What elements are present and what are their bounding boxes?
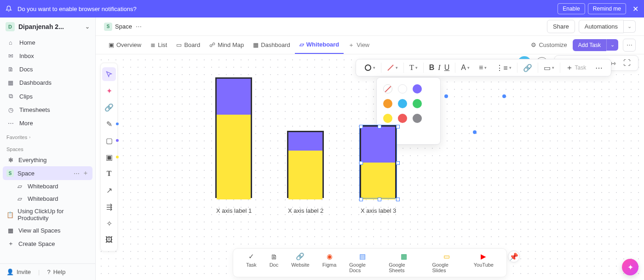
color-swatch-yellow[interactable] <box>383 114 392 123</box>
sidebar-item-everything[interactable]: ✻Everything <box>0 154 95 166</box>
add-task-button[interactable]: Add Task <box>573 39 606 51</box>
border-color-button[interactable]: ▾ <box>385 64 400 71</box>
ellipsis-icon[interactable]: ⋯ <box>623 39 636 52</box>
chart-bar[interactable] <box>360 125 397 198</box>
insert-google-slides[interactable]: ▭Google Slides <box>426 251 467 274</box>
axis-label[interactable]: X axis label 1 <box>216 207 252 214</box>
color-swatch-purple[interactable] <box>413 84 422 93</box>
remind-me-button[interactable]: Remind me <box>588 3 626 14</box>
color-swatch-green[interactable] <box>413 99 422 108</box>
selection-handle[interactable] <box>378 198 381 201</box>
link-tool[interactable]: 🔗 <box>102 100 116 114</box>
ellipsis-icon[interactable]: ⋯ <box>74 170 80 177</box>
insert-task[interactable]: ✓Task <box>240 251 263 274</box>
enable-button[interactable]: Enable <box>558 3 585 14</box>
sidebar-item-dashboards[interactable]: ▦Dashboards <box>0 76 95 89</box>
sidebar-item-whiteboard-1[interactable]: ▱Whiteboard <box>0 180 95 192</box>
whiteboard-canvas[interactable]: ✦ 🔗 ✎ ▢ ▣ T ↗ ⇶ ✧ 🖼 D i − 100% ＋ ⇿ <box>96 54 644 280</box>
automations-button[interactable]: Automations <box>579 20 624 33</box>
tab-list[interactable]: ≣List <box>146 36 172 54</box>
selection-handle[interactable] <box>359 198 363 201</box>
pin-button[interactable]: 📌 <box>508 251 520 262</box>
add-task-chevron[interactable]: ⌄ <box>606 39 618 51</box>
list-button[interactable]: ⋮≡▾ <box>494 64 513 72</box>
tab-whiteboard[interactable]: ▱Whiteboard <box>295 36 344 54</box>
diagram-tool[interactable]: ⇶ <box>102 200 116 214</box>
insert-doc[interactable]: 🗎Doc <box>263 251 285 274</box>
sidebar-item-docs[interactable]: 🗎Docs <box>0 63 95 76</box>
color-swatch-gray[interactable] <box>413 114 422 123</box>
selection-handle[interactable] <box>502 94 506 98</box>
selection-handle[interactable] <box>473 130 477 134</box>
insert-youtube[interactable]: ▶YouTube <box>467 251 500 274</box>
favorites-section[interactable]: Favorites› <box>0 130 95 142</box>
color-swatch-orange[interactable] <box>383 99 392 108</box>
tab-overview[interactable]: ▣Overview <box>104 36 146 54</box>
color-swatch-red[interactable] <box>398 114 407 123</box>
color-swatch-white[interactable] <box>398 84 407 93</box>
breadcrumb-name[interactable]: Space <box>115 23 132 30</box>
chevron-down-icon[interactable]: ⌄ <box>624 20 636 33</box>
sidebar-item-inbox[interactable]: ✉Inbox <box>0 49 95 63</box>
add-view-button[interactable]: ＋View <box>344 36 374 54</box>
tab-board[interactable]: ▭Board <box>172 36 205 54</box>
selection-handle[interactable] <box>396 125 400 128</box>
insert-google-sheets[interactable]: ▦Google Sheets <box>382 251 426 274</box>
select-tool[interactable] <box>102 67 116 81</box>
color-swatch-blue[interactable] <box>398 99 407 108</box>
tab-dashboard[interactable]: ▦Dashboard <box>248 36 295 54</box>
shape-tool[interactable]: ▢ <box>102 134 116 147</box>
chart-bar[interactable] <box>215 77 252 198</box>
link-button[interactable]: 🔗 <box>521 64 534 72</box>
sidebar-item-create-space[interactable]: ＋Create Space <box>0 237 95 251</box>
underline-button[interactable]: U <box>443 64 452 72</box>
selection-handle[interactable] <box>396 198 400 201</box>
image-tool[interactable]: 🖼 <box>102 233 116 247</box>
color-swatch-none[interactable] <box>383 84 392 93</box>
sidebar-item-whiteboard-2[interactable]: ▱Whiteboard <box>0 192 95 205</box>
selection-handle[interactable] <box>396 161 400 165</box>
quick-action-fab[interactable]: ✦ <box>622 259 638 275</box>
sidebar-item-view-all-spaces[interactable]: ▦View all Spaces <box>0 224 95 237</box>
ellipsis-icon[interactable]: ⋯ <box>593 64 604 72</box>
sidebar-item-more[interactable]: ⋯More <box>0 117 95 130</box>
tab-mindmap[interactable]: ☍Mind Map <box>205 36 248 54</box>
sidebar-item-clips[interactable]: ⧉Clips <box>0 89 95 103</box>
layer-button[interactable]: ▭▾ <box>542 64 556 72</box>
text-tool[interactable]: T <box>102 167 116 181</box>
customize-button[interactable]: ⚙Customize <box>531 41 567 48</box>
fullscreen-icon[interactable]: ⛶ <box>620 59 634 67</box>
axis-label[interactable]: X axis label 3 <box>361 207 396 214</box>
invite-button[interactable]: 👤Invite <box>6 268 31 275</box>
connector-tool[interactable]: ↗ <box>102 183 116 197</box>
share-button[interactable]: Share <box>547 20 575 33</box>
selection-handle[interactable] <box>359 125 363 128</box>
magic-tool[interactable]: ✧ <box>102 216 116 230</box>
help-button[interactable]: ?Help <box>47 268 65 275</box>
bold-button[interactable]: B <box>427 64 437 72</box>
text-style-button[interactable]: T▾ <box>408 64 420 72</box>
fill-color-button[interactable]: ▾ <box>362 64 377 71</box>
text-color-button[interactable]: A▾ <box>459 64 472 72</box>
insert-figma[interactable]: ◉Figma <box>316 251 343 274</box>
insert-google-docs[interactable]: ▤Google Docs <box>343 251 382 274</box>
sidebar-item-home[interactable]: ⌂Home <box>0 36 95 49</box>
selection-handle[interactable] <box>359 161 363 165</box>
plus-icon[interactable]: ＋ <box>82 169 89 177</box>
ellipsis-icon[interactable]: ⋯ <box>136 23 142 30</box>
convert-task-button[interactable]: ＋Task <box>564 63 588 73</box>
sticky-tool[interactable]: ▣ <box>102 150 116 164</box>
align-button[interactable]: ≡▾ <box>477 64 489 72</box>
sidebar-item-space[interactable]: S Space ⋯ ＋ <box>3 166 92 180</box>
insert-website[interactable]: 🔗Website <box>285 251 316 274</box>
selection-handle[interactable] <box>378 125 381 128</box>
pen-tool[interactable]: ✎ <box>102 117 116 131</box>
sidebar-item-timesheets[interactable]: ◷Timesheets <box>0 103 95 117</box>
ai-tool[interactable]: ✦ <box>102 84 116 98</box>
sidebar-item-using-clickup[interactable]: 📋Using ClickUp for Productivity <box>0 205 95 224</box>
italic-button[interactable]: I <box>436 64 442 72</box>
axis-label[interactable]: X axis label 2 <box>288 207 323 214</box>
selection-handle[interactable] <box>444 94 448 98</box>
close-icon[interactable]: ✕ <box>632 5 638 13</box>
chart-bar[interactable] <box>287 131 324 198</box>
